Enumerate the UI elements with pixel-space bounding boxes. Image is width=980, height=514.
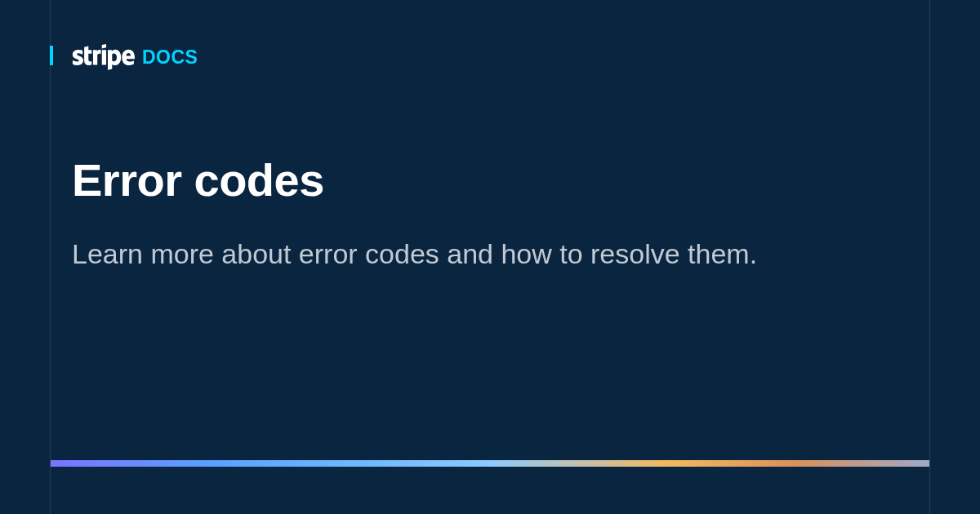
- brand-accent-bar: [50, 46, 53, 65]
- page-subtitle: Learn more about error codes and how to …: [72, 235, 908, 274]
- decorative-gradient-bar: [51, 460, 929, 467]
- stripe-logo-icon: [72, 44, 136, 70]
- right-divider: [929, 0, 930, 514]
- page-content: Error codes Learn more about error codes…: [72, 155, 908, 273]
- docs-label: DOCS: [142, 47, 198, 69]
- page-title: Error codes: [72, 155, 908, 206]
- brand-header: DOCS: [72, 44, 198, 70]
- left-divider: [50, 0, 51, 514]
